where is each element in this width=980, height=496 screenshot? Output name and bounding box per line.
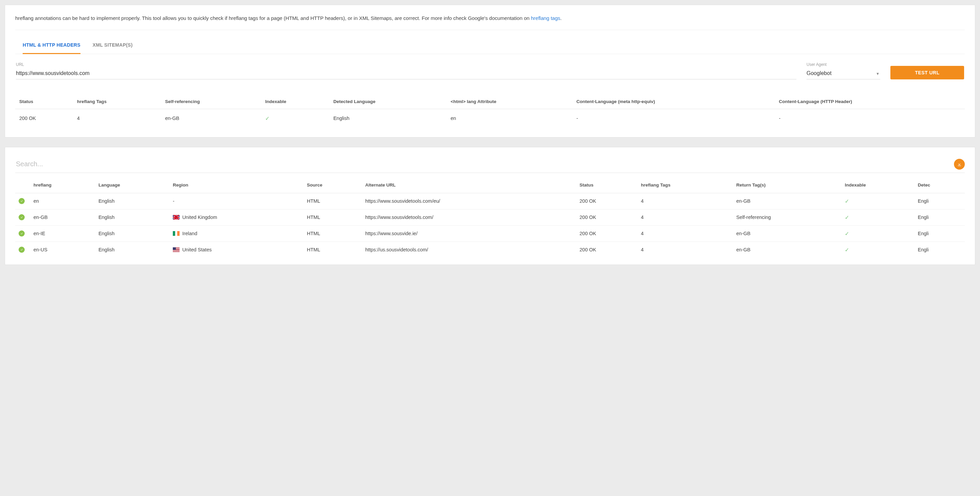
col-hreflang-tags: hreflang Tags	[638, 178, 733, 193]
cell-detected: Engli	[915, 193, 965, 209]
cell-ok	[15, 242, 30, 258]
table-row: enEnglish-HTMLhttps://www.sousvidetools.…	[15, 193, 965, 209]
cell-language: English	[95, 242, 169, 258]
cell-region: -	[169, 193, 304, 209]
tabs: HTML & HTTP HEADERS XML SITEMAP(S)	[15, 37, 965, 54]
table-row: en-GBEnglishUnited KingdomHTMLhttps://ww…	[15, 209, 965, 225]
col-alternate-url: Alternate URL	[362, 178, 576, 193]
check-icon: ✓	[845, 214, 849, 220]
url-input[interactable]	[16, 68, 796, 79]
cell-hreflang: en	[30, 193, 95, 209]
results-table-wrap: hreflang Language Region Source Alternat…	[15, 178, 965, 258]
cell-status: 200 OK	[576, 225, 638, 242]
col-self-referencing: Self-referencing	[161, 96, 261, 109]
cell-region: United States	[169, 242, 304, 258]
cell-detected: Engli	[915, 242, 965, 258]
cell-tags: 4	[638, 209, 733, 225]
flag-icon	[173, 231, 180, 236]
intro-text-after: .	[560, 15, 562, 21]
results-table: hreflang Language Region Source Alternat…	[15, 178, 965, 258]
col-http-content-language: Content-Language (HTTP Header)	[775, 96, 965, 109]
cell-ok	[15, 193, 30, 209]
cell-status: 200 OK	[576, 193, 638, 209]
tab-html-http-headers[interactable]: HTML & HTTP HEADERS	[23, 37, 81, 54]
hreflang-docs-link[interactable]: hreflang tags	[531, 15, 560, 21]
flag-icon	[173, 247, 180, 252]
cell-region: United Kingdom	[169, 209, 304, 225]
cell-hreflang: en-GB	[30, 209, 95, 225]
cell-source: HTML	[303, 209, 362, 225]
cell-status: 200 OK	[576, 209, 638, 225]
table-row: en-IEEnglishIrelandHTMLhttps://www.sousv…	[15, 225, 965, 242]
col-indexable: Indexable	[842, 178, 915, 193]
cell-alturl: https://www.sousvidetools.com/eu/	[362, 193, 576, 209]
search-input[interactable]	[15, 157, 950, 172]
cell-alturl: https://www.sousvide.ie/	[362, 225, 576, 242]
download-button[interactable]	[954, 159, 965, 170]
cell-source: HTML	[303, 193, 362, 209]
cell-alturl: https://www.sousvidetools.com/	[362, 209, 576, 225]
cell-alturl: https://us.sousvidetools.com/	[362, 242, 576, 258]
cell-indexable: ✓	[842, 209, 915, 225]
cell-detected: Engli	[915, 209, 965, 225]
cell-ok	[15, 225, 30, 242]
summary-row: 200 OK 4 en-GB ✓ English en - -	[15, 109, 965, 128]
user-agent-select[interactable]	[807, 68, 880, 79]
col-detected-language: Detected Language	[329, 96, 447, 109]
results-card: hreflang Language Region Source Alternat…	[5, 147, 975, 265]
cell-returntags: Self-referencing	[733, 209, 842, 225]
col-ok	[15, 178, 30, 193]
intro-text-before: hreflang annotations can be hard to impl…	[15, 15, 531, 21]
form-row: URL User Agent ▼ TEST URL	[15, 62, 965, 79]
ok-icon	[19, 198, 25, 204]
ok-icon	[19, 230, 25, 236]
col-source: Source	[303, 178, 362, 193]
cell-metacl: -	[572, 109, 775, 128]
cell-indexable: ✓	[842, 225, 915, 242]
url-field-wrap: URL	[16, 62, 796, 79]
col-html-lang: <html> lang Attribute	[447, 96, 573, 109]
cell-language: English	[95, 225, 169, 242]
cell-returntags: en-GB	[733, 225, 842, 242]
cell-htmllang: en	[447, 109, 573, 128]
cell-tags: 4	[638, 193, 733, 209]
cell-source: HTML	[303, 242, 362, 258]
cell-tags: 4	[638, 242, 733, 258]
cell-status: 200 OK	[15, 109, 73, 128]
cell-returntags: en-GB	[733, 242, 842, 258]
col-region: Region	[169, 178, 304, 193]
user-agent-field-wrap: User Agent ▼	[807, 62, 880, 79]
cell-region: Ireland	[169, 225, 304, 242]
cell-status: 200 OK	[576, 242, 638, 258]
check-icon: ✓	[845, 247, 849, 253]
col-indexable: Indexable	[261, 96, 329, 109]
cell-tags: 4	[638, 225, 733, 242]
cell-language: English	[95, 209, 169, 225]
flag-icon	[173, 215, 180, 220]
col-hreflang-tags: hreflang Tags	[73, 96, 161, 109]
search-row	[15, 157, 965, 173]
cell-indexable: ✓	[842, 242, 915, 258]
cell-detlang: English	[329, 109, 447, 128]
cell-indexable: ✓	[261, 109, 329, 128]
ok-icon	[19, 247, 25, 253]
cell-language: English	[95, 193, 169, 209]
intro-text: hreflang annotations can be hard to impl…	[15, 14, 965, 30]
summary-table: Status hreflang Tags Self-referencing In…	[15, 96, 965, 128]
test-url-button[interactable]: TEST URL	[890, 66, 964, 79]
col-return-tags: Return Tag(s)	[733, 178, 842, 193]
tab-xml-sitemaps[interactable]: XML SITEMAP(S)	[93, 37, 132, 54]
cell-hreflang: en-US	[30, 242, 95, 258]
col-meta-content-language: Content-Language (meta http-equiv)	[572, 96, 775, 109]
cell-hreflang: en-IE	[30, 225, 95, 242]
user-agent-select-wrap: ▼	[807, 68, 880, 79]
download-icon	[957, 162, 962, 167]
cell-tags: 4	[73, 109, 161, 128]
cell-indexable: ✓	[842, 193, 915, 209]
cell-ok	[15, 209, 30, 225]
col-language: Language	[95, 178, 169, 193]
col-status: Status	[576, 178, 638, 193]
col-status: Status	[15, 96, 73, 109]
ok-icon	[19, 214, 25, 220]
cell-selfref: en-GB	[161, 109, 261, 128]
